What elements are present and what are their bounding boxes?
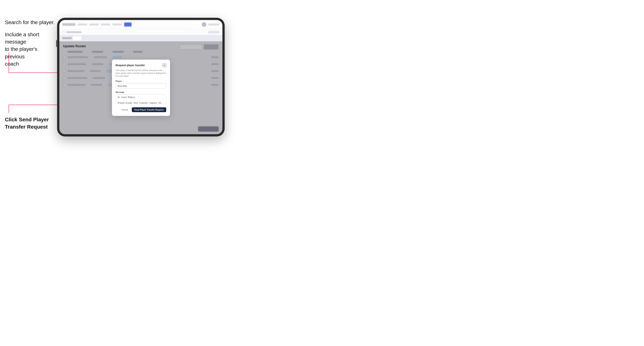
modal-overlay: Request player transfer ✕ If the player … xyxy=(59,41,222,134)
modal-close-button[interactable]: ✕ xyxy=(162,63,166,67)
app-header xyxy=(59,20,222,29)
annotation-line-1-vertical xyxy=(8,52,9,73)
nav-item-3 xyxy=(101,23,110,25)
nav-item-1 xyxy=(78,23,87,25)
modal-dialog: Request player transfer ✕ If the player … xyxy=(112,60,170,116)
message-textarea[interactable]: Hi Coach McHarg, Please accept this tran… xyxy=(116,94,166,104)
main-content: Update Roster xyxy=(59,41,222,134)
message-label: Message xyxy=(116,91,166,93)
tab-bar xyxy=(59,35,222,41)
modal-description: If the player is transferring from anoth… xyxy=(116,69,166,77)
player-input[interactable] xyxy=(116,83,166,89)
header-user-text xyxy=(208,23,220,25)
cancel-button[interactable]: Cancel xyxy=(120,108,130,112)
nav-item-active xyxy=(124,22,132,26)
player-label: Player xyxy=(116,80,166,82)
device-screen: Update Roster xyxy=(59,20,222,134)
annotation-message-text: Include a short message to the player's … xyxy=(5,31,54,67)
tablet-device: Update Roster xyxy=(57,18,225,137)
tab-active xyxy=(73,36,81,40)
device-side-button xyxy=(56,40,57,47)
annotation-line-2-vertical xyxy=(8,105,9,113)
device-outer: Update Roster xyxy=(57,18,225,137)
breadcrumb-bar xyxy=(59,29,222,35)
nav-item-2 xyxy=(89,23,99,25)
breadcrumb-text xyxy=(66,31,82,33)
modal-title: Request player transfer xyxy=(116,64,145,67)
user-avatar xyxy=(202,22,206,27)
modal-header: Request player transfer ✕ xyxy=(116,63,166,67)
annotation-search-text: Search for the player. xyxy=(5,19,55,26)
annotation-click-text: Click Send Player Transfer Request xyxy=(5,116,54,131)
send-transfer-request-button[interactable]: Send Player Transfer Request xyxy=(132,107,166,112)
breadcrumb-checkbox xyxy=(62,31,65,33)
header-right xyxy=(202,22,220,27)
breadcrumb-action xyxy=(208,31,220,33)
modal-footer: Cancel Send Player Transfer Request xyxy=(116,107,166,112)
tab-inactive-1 xyxy=(62,37,72,39)
nav-item-4 xyxy=(112,23,122,25)
app-logo xyxy=(62,23,76,26)
